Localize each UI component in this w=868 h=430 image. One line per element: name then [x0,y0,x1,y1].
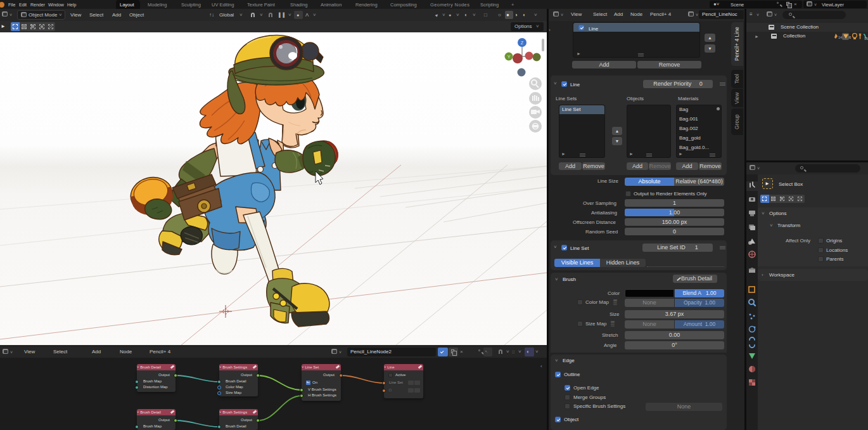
svg-text:Y: Y [507,55,511,59]
svg-text:14: 14 [838,36,842,39]
svg-text:99: 99 [864,37,868,41]
svg-text:Z: Z [521,41,524,45]
svg-text:6: 6 [849,36,851,39]
